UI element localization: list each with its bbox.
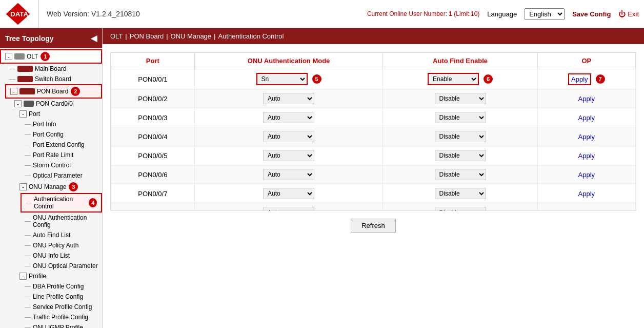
auto-find-select[interactable]: EnableDisable bbox=[435, 93, 486, 104]
table-row: PON0/0/8SnAutoPasswordHybridEnableDisabl… bbox=[111, 203, 636, 211]
exit-button[interactable]: ⏻ Exit bbox=[618, 10, 639, 18]
apply-link[interactable]: Apply bbox=[568, 73, 591, 85]
apply-link[interactable]: Apply bbox=[578, 209, 595, 211]
breadcrumb-olt[interactable]: OLT bbox=[110, 32, 123, 40]
onu-igmp-profile-label: ONU IGMP Profile bbox=[33, 324, 83, 328]
cell-op: Apply7 bbox=[537, 69, 635, 89]
onu-manage-badge: 3 bbox=[69, 182, 78, 191]
content-area: OLT | PON Board | ONU Manage | Authentic… bbox=[103, 28, 644, 328]
sidebar-item-optical-param[interactable]: — Optical Parameter bbox=[21, 170, 102, 181]
cell-mode: SnAutoPasswordHybrid bbox=[194, 184, 383, 203]
pon-card-expand[interactable]: - bbox=[14, 100, 22, 107]
tree-item-olt[interactable]: - OLT 1 bbox=[0, 49, 102, 64]
sidebar-item-port-rate-limit[interactable]: — Port Rate Limit bbox=[21, 150, 102, 160]
onu-optical-param-label: ONU Optical Parameter bbox=[33, 262, 98, 269]
sidebar-item-traffic-profile[interactable]: — Traffic Profile Config bbox=[21, 312, 102, 322]
port-rate-label: Port Rate Limit bbox=[33, 151, 73, 159]
sidebar-item-onu-auth-config[interactable]: — ONU Authentication Config bbox=[21, 213, 102, 230]
auto-find-select[interactable]: EnableDisable bbox=[435, 150, 486, 161]
sidebar-toggle[interactable]: ◀ bbox=[91, 33, 97, 43]
profile-expand[interactable]: - bbox=[19, 273, 27, 280]
storm-control-label: Storm Control bbox=[33, 162, 71, 169]
onu-policy-auth-label: ONU Policy Auth bbox=[33, 242, 78, 249]
sidebar-onu-manage-header[interactable]: - ONU Manage 3 bbox=[15, 181, 102, 193]
cell-op: Apply bbox=[537, 89, 635, 108]
col-op: OP bbox=[537, 53, 635, 69]
mode-badge: 5 bbox=[312, 74, 321, 84]
main-board-label: Main Board bbox=[35, 65, 66, 72]
sidebar-item-onu-optical-param[interactable]: — ONU Optical Parameter bbox=[21, 261, 102, 271]
table-scroll[interactable]: Port ONU Authentication Mode Auto Find E… bbox=[110, 52, 636, 211]
sidebar-item-port-extend-config[interactable]: — Port Extend Config bbox=[21, 140, 102, 150]
cell-port: PON0/0/6 bbox=[111, 165, 195, 184]
mode-select[interactable]: SnAutoPasswordHybrid bbox=[263, 112, 314, 123]
onu-info-list-label: ONU Info List bbox=[33, 252, 70, 259]
mode-select[interactable]: SnAutoPasswordHybrid bbox=[263, 93, 314, 104]
main-layout: Tree Topology ◀ - OLT 1 — Main Board bbox=[0, 28, 644, 328]
auto-find-select[interactable]: EnableDisable bbox=[435, 169, 486, 180]
apply-link[interactable]: Apply bbox=[578, 114, 595, 122]
sidebar-item-port-info[interactable]: — Port Info bbox=[21, 119, 102, 129]
mode-select[interactable]: SnAutoPasswordHybrid bbox=[263, 169, 314, 180]
sidebar-item-dba-profile[interactable]: — DBA Profile Config bbox=[21, 281, 102, 292]
port-extend-label: Port Extend Config bbox=[33, 141, 85, 148]
refresh-button[interactable]: Refresh bbox=[351, 219, 396, 233]
apply-link[interactable]: Apply bbox=[578, 133, 595, 141]
sep2: | bbox=[166, 32, 168, 40]
sidebar-port-section-header[interactable]: - Port bbox=[15, 109, 102, 119]
mode-select[interactable]: SnAutoPasswordHybrid bbox=[263, 150, 314, 161]
breadcrumb-onu-manage[interactable]: ONU Manage bbox=[171, 32, 211, 40]
auto-find-select[interactable]: EnableDisable bbox=[428, 73, 479, 85]
mode-select[interactable]: SnAutoPasswordHybrid bbox=[263, 131, 314, 142]
auto-find-select[interactable]: EnableDisable bbox=[435, 112, 486, 123]
onu-auth-config-label: ONU Authentication Config bbox=[33, 214, 98, 228]
onu-manage-expand[interactable]: - bbox=[19, 183, 27, 190]
language-select[interactable]: English Chinese bbox=[525, 8, 565, 20]
sidebar-item-port-config[interactable]: — Port Config bbox=[21, 129, 102, 140]
auth-control-label: Authentication Control bbox=[34, 196, 86, 210]
sidebar-item-pon-board[interactable]: - PON Board 2 bbox=[5, 84, 102, 99]
apply-link[interactable]: Apply bbox=[578, 190, 595, 198]
sidebar-item-onu-info-list[interactable]: — ONU Info List bbox=[21, 250, 102, 261]
port-expand[interactable]: - bbox=[19, 110, 27, 118]
pon-board-expand[interactable]: - bbox=[10, 88, 17, 95]
cell-op: Apply bbox=[537, 165, 635, 184]
col-auth-mode: ONU Authentication Mode bbox=[194, 53, 383, 69]
sidebar-item-storm-control[interactable]: — Storm Control bbox=[21, 160, 102, 170]
sidebar-item-onu-igmp-profile[interactable]: — ONU IGMP Profile bbox=[21, 322, 102, 328]
sidebar-item-onu-policy-auth[interactable]: — ONU Policy Auth bbox=[21, 240, 102, 250]
sidebar-item-switch-board[interactable]: — Switch Board bbox=[5, 74, 102, 84]
header: DATA Web Version: V1.2.4_210810 Current … bbox=[0, 0, 644, 28]
sidebar-item-service-profile[interactable]: — Service Profile Config bbox=[21, 302, 102, 312]
sidebar-profile-header[interactable]: - Profile bbox=[15, 271, 102, 281]
pon-board-icon bbox=[19, 88, 35, 94]
sidebar-title: Tree Topology bbox=[5, 34, 54, 43]
olt-expand[interactable]: - bbox=[5, 53, 12, 60]
sidebar-item-pon-card[interactable]: - PON Card0/0 bbox=[10, 99, 102, 109]
apply-link[interactable]: Apply bbox=[578, 171, 595, 179]
auto-find-select[interactable]: EnableDisable bbox=[435, 188, 486, 199]
auto-find-select[interactable]: EnableDisable bbox=[435, 207, 486, 211]
apply-link[interactable]: Apply bbox=[578, 152, 595, 160]
cell-port: PON0/0/8 bbox=[111, 203, 195, 211]
mode-select[interactable]: SnAutoPasswordHybrid bbox=[256, 73, 308, 85]
sidebar-item-auth-control[interactable]: — Authentication Control 4 bbox=[21, 193, 102, 213]
mode-select[interactable]: SnAutoPasswordHybrid bbox=[263, 188, 314, 199]
sidebar-item-line-profile[interactable]: — Line Profile Config bbox=[21, 292, 102, 302]
cell-port: PON0/0/4 bbox=[111, 127, 195, 146]
profile-title: Profile bbox=[29, 273, 46, 280]
olt-children: — Main Board — Switch Board - PON Board … bbox=[0, 64, 102, 328]
pon-board-badge: 2 bbox=[71, 87, 80, 96]
breadcrumb-auth-control[interactable]: Authentication Control bbox=[218, 32, 284, 40]
sidebar-item-auto-find-list[interactable]: — Auto Find List bbox=[21, 230, 102, 240]
version-label: Web Version: V1.2.4_210810 bbox=[47, 10, 367, 18]
sidebar-item-main-board[interactable]: — Main Board bbox=[5, 64, 102, 74]
online-limit: (Limit:10) bbox=[454, 10, 479, 17]
save-config-button[interactable]: Save Config bbox=[572, 10, 611, 18]
traffic-profile-label: Traffic Profile Config bbox=[33, 314, 88, 321]
breadcrumb-pon-board[interactable]: PON Board bbox=[130, 32, 164, 40]
mode-select[interactable]: SnAutoPasswordHybrid bbox=[263, 207, 314, 211]
apply-link[interactable]: Apply bbox=[578, 95, 595, 103]
auto-find-select[interactable]: EnableDisable bbox=[435, 131, 486, 142]
cell-port: PON0/0/1 bbox=[111, 69, 195, 89]
